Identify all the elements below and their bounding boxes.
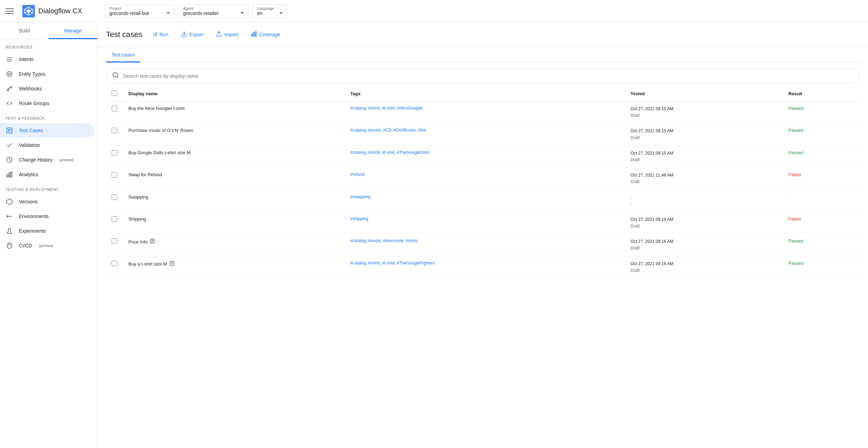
agent-chevron-icon	[240, 12, 244, 14]
sidebar-item-webhooks[interactable]: Webhooks	[0, 81, 95, 96]
tag-link[interactable]: #GsNRoses,	[393, 128, 417, 133]
row-checkbox[interactable]	[112, 261, 117, 266]
export-button[interactable]: Export	[176, 28, 208, 41]
tag-link[interactable]: #shirts,	[368, 150, 382, 155]
tag-link[interactable]: #music,	[368, 238, 382, 243]
hamburger-menu[interactable]	[6, 7, 14, 15]
dialogflow-logo-icon	[22, 5, 35, 17]
col-tags: Tags	[345, 86, 625, 102]
dropdown-group: Project grecords-retail-bot Agent grecor…	[105, 5, 862, 18]
tag-link[interactable]: #live	[418, 128, 426, 133]
row-result: Failed	[783, 212, 860, 234]
sidebar-item-environments[interactable]: Environments	[0, 209, 95, 224]
row-checkbox[interactable]	[112, 172, 117, 178]
row-tested: Oct 27, 2021 09:16 AMDraft	[625, 256, 783, 278]
tag-link[interactable]: #tourmovie,	[383, 238, 405, 243]
row-tags: #shipping	[345, 212, 625, 234]
row-checkbox[interactable]	[112, 194, 117, 200]
tag-link[interactable]: #t-shirt,	[382, 261, 396, 266]
row-checkbox[interactable]	[112, 128, 117, 133]
sidebar-item-test-cases[interactable]: Test Cases	[0, 123, 95, 138]
tag-link[interactable]: #catalog,	[350, 106, 367, 111]
tag-link[interactable]: #catalog,	[350, 261, 367, 266]
sidebar-item-label: Validation	[19, 142, 40, 148]
row-checkbox[interactable]	[112, 106, 117, 111]
table-row: Purchase music of G's N' Roses#catalog, …	[106, 124, 860, 145]
tag-link[interactable]: #TheGoogleFighters	[397, 261, 435, 266]
tag-link[interactable]: #shipping	[350, 216, 368, 221]
search-bar	[106, 68, 860, 83]
tab-build[interactable]: Build	[0, 22, 49, 39]
project-value: grecords-retail-bot	[109, 10, 149, 16]
sidebar-item-validation[interactable]: Validation	[0, 138, 95, 152]
intents-icon	[6, 55, 13, 63]
language-dropdown[interactable]: Language en	[253, 5, 287, 18]
tag-link[interactable]: #t-shirt,	[382, 150, 396, 155]
tag-link[interactable]: #CD,	[383, 128, 392, 133]
row-result: Passed	[783, 256, 860, 278]
tag-link[interactable]: #shirts	[406, 238, 418, 243]
table-row: Swapping#swapping ---	[106, 190, 860, 212]
tag-link[interactable]: #AliceGoogler	[397, 106, 423, 111]
svg-marker-24	[7, 199, 13, 205]
row-tags: #refund	[345, 168, 625, 190]
app-logo: Dialogflow CX	[22, 5, 99, 17]
svg-rect-21	[7, 174, 8, 177]
content-tab-test-cases[interactable]: Test cases	[106, 47, 140, 62]
search-input[interactable]	[123, 73, 854, 79]
row-tested: Oct 27, 2021 09:15 AMDraft	[625, 145, 783, 167]
tag-link[interactable]: #refund	[350, 172, 365, 177]
tag-link[interactable]: #catalog,	[350, 128, 367, 133]
export-label: Export	[189, 32, 203, 37]
agent-dropdown[interactable]: Agent grecords-retailer	[179, 5, 248, 18]
tag-link[interactable]: #catalog,	[350, 150, 367, 155]
row-result: Passed	[783, 124, 860, 145]
tag-link[interactable]: #shirts,	[368, 261, 382, 266]
content-tab-label: Test cases	[112, 52, 135, 58]
sidebar-item-label: Entity Types	[19, 71, 45, 77]
route-groups-icon	[6, 99, 13, 107]
row-result: Passed	[783, 145, 860, 167]
language-chevron-icon	[279, 12, 283, 14]
tag-link[interactable]: #swapping	[350, 194, 370, 199]
row-result: Passed	[783, 102, 860, 124]
sidebar-item-intents[interactable]: Intents	[0, 52, 95, 67]
test-cases-table: Display name Tags Tested Result Buy the …	[106, 86, 860, 278]
sidebar-item-cicd[interactable]: CI/CD [preview]	[0, 238, 95, 253]
sidebar-item-change-history[interactable]: Change History [preview]	[0, 152, 95, 167]
import-button[interactable]: Import	[211, 28, 243, 41]
coverage-button[interactable]: Coverage	[246, 28, 285, 41]
row-tags: #catalog, #shirts, #t-shirt, #AliceGoogl…	[345, 102, 625, 124]
sidebar-item-experiments[interactable]: Experiments	[0, 224, 95, 238]
svg-rect-23	[11, 172, 12, 177]
tag-link[interactable]: #TheGoogleDolls	[397, 150, 429, 155]
select-all-checkbox[interactable]	[112, 90, 117, 96]
tag-link[interactable]: #music,	[368, 128, 382, 133]
row-tested: Oct 27, 2021 11:48 AMDraft	[625, 168, 783, 190]
col-tested: Tested	[625, 86, 783, 102]
row-checkbox[interactable]	[112, 150, 117, 156]
row-display-name: Buy the Alice Googler t-shirt	[123, 102, 345, 124]
tag-link[interactable]: #shirts,	[368, 106, 382, 111]
row-checkbox-cell	[106, 145, 123, 167]
sidebar-item-entity-types[interactable]: Entity Types	[0, 67, 95, 81]
sidebar-item-versions[interactable]: Versions	[0, 194, 95, 209]
svg-point-12	[8, 73, 11, 75]
project-dropdown[interactable]: Project grecords-retail-bot	[105, 5, 174, 18]
analytics-icon	[6, 171, 13, 178]
tag-link[interactable]: #catalog,	[350, 238, 367, 243]
sidebar-tabs: Build Manage	[0, 22, 97, 39]
tag-link[interactable]: #t-shirt,	[382, 106, 396, 111]
app-body: Build Manage RESOURCES Intents Entity Ty…	[0, 22, 868, 448]
content-tabs: Test cases	[106, 47, 860, 63]
note-icon	[150, 238, 155, 245]
row-checkbox[interactable]	[112, 216, 117, 222]
sidebar-item-route-groups[interactable]: Route Groups	[0, 96, 95, 111]
tab-manage[interactable]: Manage	[49, 22, 98, 39]
row-checkbox[interactable]	[112, 238, 117, 244]
row-checkbox-cell	[106, 168, 123, 190]
section-test-feedback: TEST & FEEDBACK	[0, 111, 97, 123]
sidebar-item-analytics[interactable]: Analytics	[0, 167, 95, 182]
run-button[interactable]: ↺ Run	[148, 29, 173, 41]
row-checkbox-cell	[106, 102, 123, 124]
